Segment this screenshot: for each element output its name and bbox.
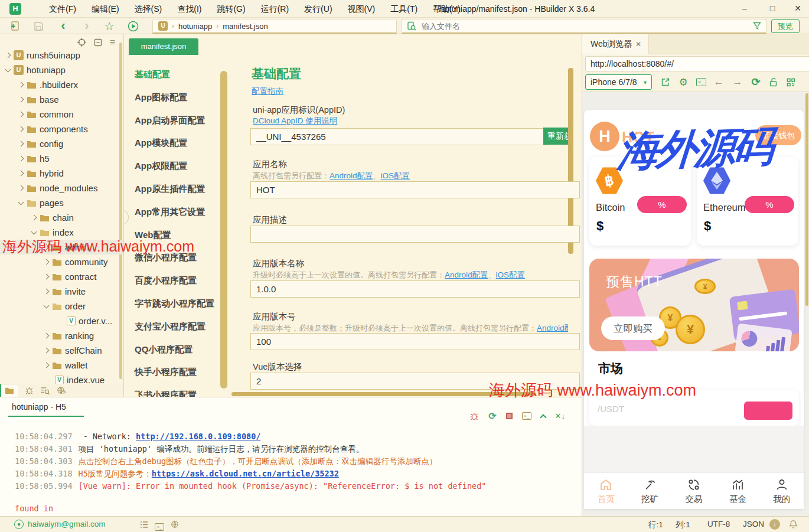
buy-now-button[interactable]: 立即购买 bbox=[601, 316, 665, 340]
bookmark-star-icon[interactable]: ☆ bbox=[102, 18, 117, 34]
menu-tools[interactable]: 工具(T) bbox=[383, 0, 425, 18]
ios-config-link[interactable]: iOS配置 bbox=[381, 171, 410, 180]
preview-scrollbar[interactable] bbox=[805, 93, 808, 306]
restart-icon[interactable]: ⟳ bbox=[488, 410, 496, 422]
tree-item[interactable]: components bbox=[0, 122, 124, 136]
file-search-box[interactable] bbox=[402, 19, 766, 34]
tree-item[interactable]: h5 bbox=[0, 151, 124, 166]
tree-item[interactable]: Urunsh5uinapp bbox=[0, 48, 124, 63]
download-icon[interactable]: ↓ bbox=[769, 519, 780, 530]
nav-app-misc[interactable]: App常用其它设置 bbox=[124, 201, 231, 224]
minimize-button[interactable]: – bbox=[735, 0, 755, 18]
run-icon[interactable] bbox=[125, 18, 141, 34]
qrcode-icon[interactable] bbox=[783, 72, 798, 92]
tree-item[interactable]: invite bbox=[0, 284, 124, 299]
back-icon[interactable]: ‹ bbox=[56, 18, 71, 34]
menu-goto[interactable]: 跳转(G) bbox=[209, 0, 253, 18]
refresh-icon[interactable]: ⟳ bbox=[748, 72, 764, 92]
search-view-icon[interactable] bbox=[41, 386, 50, 395]
tree-item[interactable]: Uhotuniapp bbox=[0, 63, 124, 77]
nav-bytedance-mp[interactable]: 字节跳动小程序配置 bbox=[124, 292, 231, 315]
encoding-indicator[interactable]: UTF-8 bbox=[707, 520, 730, 528]
menu-view[interactable]: 视图(V) bbox=[340, 0, 383, 18]
android-config-link[interactable]: Android配置 bbox=[537, 324, 568, 332]
devtools-console-icon[interactable]: >_ bbox=[693, 72, 709, 92]
collapse-folders-icon[interactable] bbox=[94, 38, 102, 47]
nav-feishu-mp[interactable]: 飞书小程序配置 bbox=[124, 384, 231, 397]
globe-icon[interactable] bbox=[171, 520, 179, 528]
tree-item[interactable]: chain bbox=[0, 210, 124, 225]
menu-file[interactable]: 文件(F) bbox=[41, 0, 84, 18]
appid-doc-link[interactable]: DCloud AppID 使用说明 bbox=[253, 116, 337, 126]
console-tab[interactable]: hotuniapp - H5 bbox=[12, 402, 66, 412]
ios-config-link[interactable]: iOS配置 bbox=[496, 270, 526, 279]
tab-fund[interactable]: 基金 bbox=[716, 473, 759, 509]
save-icon[interactable] bbox=[31, 18, 46, 34]
tab-home[interactable]: 首页 bbox=[584, 473, 628, 509]
tab-mining[interactable]: 挖矿 bbox=[628, 473, 671, 509]
tree-item[interactable]: order bbox=[0, 299, 124, 314]
nav-native-plugins[interactable]: App原生插件配置 bbox=[124, 178, 231, 201]
stop-icon[interactable] bbox=[506, 413, 513, 419]
nav-permissions[interactable]: App权限配置 bbox=[124, 155, 231, 178]
tab-profile[interactable]: 我的 bbox=[760, 473, 804, 509]
nav-alipay-mp[interactable]: 支付宝小程序配置 bbox=[124, 315, 231, 338]
nav-app-icon[interactable]: App图标配置 bbox=[124, 86, 231, 109]
android-config-link[interactable]: Android配置 bbox=[445, 270, 488, 279]
locate-file-icon[interactable] bbox=[77, 38, 86, 47]
tree-item[interactable]: .hbuilderx bbox=[0, 77, 124, 92]
open-external-icon[interactable] bbox=[658, 72, 673, 92]
debug-bug-icon[interactable] bbox=[469, 412, 479, 421]
url-input[interactable] bbox=[585, 56, 809, 71]
unlock-icon[interactable] bbox=[765, 72, 781, 92]
search-input[interactable] bbox=[420, 21, 753, 31]
presale-banner[interactable]: ¥ ¥ ¥ ¥ 预售HTT 立即购买 bbox=[589, 259, 799, 351]
menu-publish[interactable]: 发行(U) bbox=[296, 0, 340, 18]
nav-modules[interactable]: App模块配置 bbox=[124, 132, 231, 155]
cursor-line[interactable]: 行:1 bbox=[648, 520, 663, 530]
tree-item[interactable]: base bbox=[0, 92, 124, 107]
nav-basic-config[interactable]: 基础配置 bbox=[124, 63, 231, 86]
close-tab-icon[interactable]: ✕ bbox=[635, 40, 641, 48]
menu-run[interactable]: 运行(R) bbox=[253, 0, 296, 18]
tree-item[interactable]: config bbox=[0, 136, 124, 151]
device-select[interactable]: iPhone 6/7/8▾ bbox=[585, 74, 652, 90]
new-file-icon[interactable] bbox=[7, 18, 22, 34]
app-name-input[interactable] bbox=[250, 181, 580, 198]
preview-button[interactable]: 预览 bbox=[771, 19, 800, 33]
nav-scrollbar[interactable] bbox=[220, 71, 227, 389]
tree-item[interactable]: hybrid bbox=[0, 166, 124, 181]
language-mode[interactable]: JSON bbox=[743, 520, 764, 528]
tree-item[interactable]: Vindex.vue bbox=[0, 373, 124, 384]
menu-select[interactable]: 选择(S) bbox=[127, 0, 170, 18]
tab-trade[interactable]: 交易 bbox=[672, 473, 716, 509]
notification-bell-icon[interactable] bbox=[789, 520, 798, 529]
terminal-icon[interactable]: >_ bbox=[155, 520, 164, 531]
network-url-link[interactable]: http://192.168.0.109:8080/ bbox=[136, 432, 260, 441]
settings-gear-icon[interactable]: ⚙ bbox=[676, 72, 691, 92]
regain-appid-button[interactable]: 重新获取 bbox=[543, 128, 571, 145]
version-code-input[interactable] bbox=[250, 333, 580, 350]
explorer-menu-icon[interactable]: ≡ bbox=[110, 38, 115, 47]
cloud-view-icon[interactable] bbox=[57, 386, 66, 395]
app-desc-input[interactable] bbox=[250, 226, 580, 243]
tree-item[interactable]: community bbox=[0, 254, 124, 269]
version-name-input[interactable] bbox=[250, 280, 580, 298]
tree-item[interactable]: node_modules bbox=[0, 181, 124, 195]
maximize-button[interactable]: □ bbox=[762, 0, 782, 18]
tree-item[interactable]: selfChain bbox=[0, 343, 124, 358]
tree-item[interactable]: wallet bbox=[0, 358, 124, 373]
close-button[interactable]: ✕ bbox=[788, 0, 808, 18]
cursor-column[interactable]: 列:1 bbox=[676, 520, 690, 530]
tree-item[interactable]: ranking bbox=[0, 328, 124, 343]
clear-console-icon[interactable]: ✕↓ bbox=[555, 412, 565, 420]
tree-item[interactable]: pages bbox=[0, 195, 124, 210]
nav-baidu-mp[interactable]: 百度小程序配置 bbox=[124, 269, 231, 292]
android-config-link[interactable]: Android配置 bbox=[330, 171, 373, 180]
forward-icon[interactable]: › bbox=[79, 18, 94, 34]
outline-list-icon[interactable] bbox=[140, 521, 148, 528]
appid-input[interactable] bbox=[250, 128, 549, 145]
tab-web-browser[interactable]: Web浏览器 ✕ bbox=[582, 34, 649, 54]
files-view-icon[interactable] bbox=[0, 384, 18, 397]
breadcrumb-file[interactable]: manifest.json bbox=[223, 22, 268, 31]
